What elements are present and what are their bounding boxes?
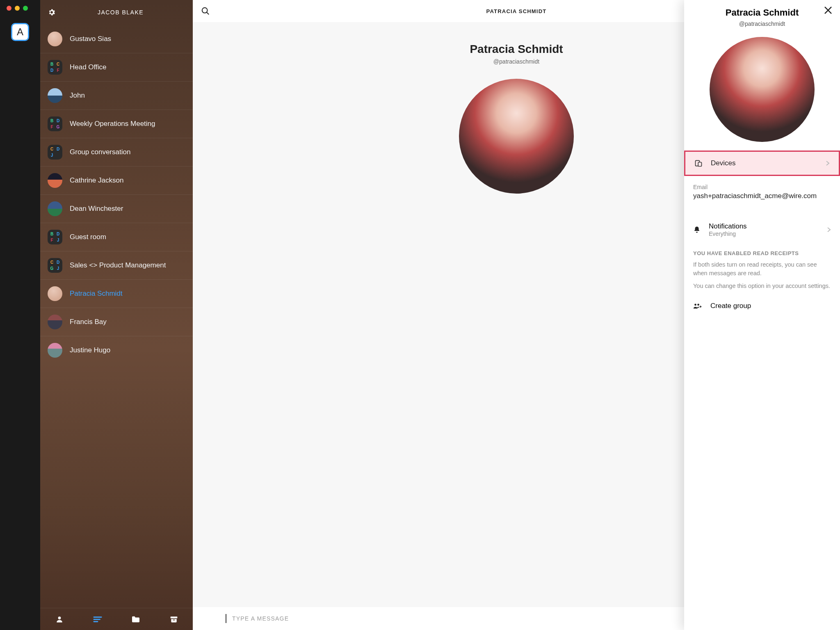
conversation-item[interactable]: Patracia Schmidt xyxy=(40,279,193,308)
conversation-label: Sales <> Product Management xyxy=(70,261,166,269)
svg-point-6 xyxy=(202,8,208,13)
email-value: yash+patraciaschmidt_acme@wire.com xyxy=(693,192,831,200)
conversation-label: Dean Winchester xyxy=(70,205,123,213)
conversation-item[interactable]: Francis Bay xyxy=(40,308,193,336)
workspace-letter: A xyxy=(17,26,23,38)
bell-icon xyxy=(693,226,701,234)
email-label: Email xyxy=(693,184,831,190)
compose-cursor xyxy=(226,614,226,623)
contact-avatar xyxy=(459,79,574,194)
svg-point-0 xyxy=(58,616,61,619)
tab-archive[interactable] xyxy=(169,614,179,624)
svg-point-13 xyxy=(697,304,699,306)
conversation-item[interactable]: Dean Winchester xyxy=(40,194,193,223)
devices-icon xyxy=(694,159,703,167)
user-avatar xyxy=(48,315,62,329)
app-rail: A xyxy=(0,0,40,630)
conversation-item[interactable]: Cathrine Jackson xyxy=(40,166,193,194)
group-avatar: BDFG xyxy=(48,116,62,131)
read-receipts-p2: You can change this option in your accou… xyxy=(693,282,831,290)
minimize-window-icon[interactable] xyxy=(15,6,20,11)
contact-handle: @patraciaschmidt xyxy=(493,58,539,65)
group-avatar: BCDF xyxy=(48,60,62,75)
conversation-label: Head Office xyxy=(70,63,106,71)
svg-rect-11 xyxy=(698,162,701,167)
user-avatar xyxy=(48,286,62,301)
conversation-item[interactable]: John xyxy=(40,81,193,110)
user-avatar xyxy=(48,173,62,188)
chevron-right-icon xyxy=(827,227,831,233)
close-window-icon[interactable] xyxy=(7,6,11,11)
user-avatar xyxy=(48,201,62,216)
tab-folders[interactable] xyxy=(131,614,141,624)
conversation-item[interactable]: BDFGWeekly Operations Meeting xyxy=(40,110,193,138)
notifications-row[interactable]: Notifications Everything xyxy=(684,217,840,243)
conversation-label: Justine Hugo xyxy=(70,346,110,354)
conversation-list: Gustavo SiasBCDFHead OfficeJohnBDFGWeekl… xyxy=(40,25,193,608)
notifications-value: Everything xyxy=(709,231,827,237)
conversation-view: PATRACIA SCHMIDT Patracia Schmidt @patra… xyxy=(193,0,840,630)
conversation-item[interactable]: BCDFHead Office xyxy=(40,53,193,81)
conversation-label: Gustavo Sias xyxy=(70,35,111,43)
profile-panel: Patracia Schmidt @patraciaschmidt Device… xyxy=(684,0,840,630)
conversation-item[interactable]: BDFJGuest room xyxy=(40,223,193,251)
conversation-item[interactable]: Justine Hugo xyxy=(40,336,193,364)
group-avatar: BDFJ xyxy=(48,230,62,244)
user-avatar xyxy=(48,32,62,46)
search-icon[interactable] xyxy=(201,7,210,16)
read-receipts-section: YOU HAVE ENABLED READ RECEIPTS If both s… xyxy=(684,243,840,294)
conversation-item[interactable]: Gustavo Sias xyxy=(40,25,193,53)
conversation-label: Guest room xyxy=(70,233,106,241)
read-receipts-p1: If both sides turn on read receipts, you… xyxy=(693,260,831,278)
profile-handle: @patraciaschmidt xyxy=(692,21,832,27)
close-icon[interactable] xyxy=(824,6,833,15)
conversation-label: Weekly Operations Meeting xyxy=(70,120,155,128)
create-group-row[interactable]: Create group xyxy=(684,294,840,317)
sidebar-tabs xyxy=(40,608,193,630)
chevron-right-icon xyxy=(826,160,830,166)
create-group-icon xyxy=(693,303,702,309)
user-avatar xyxy=(48,343,62,358)
conversation-label: John xyxy=(70,91,85,100)
group-avatar: CDGJ xyxy=(48,258,62,273)
read-receipts-heading: YOU HAVE ENABLED READ RECEIPTS xyxy=(693,250,831,256)
notifications-label: Notifications xyxy=(709,222,827,231)
profile-avatar xyxy=(710,37,815,142)
maximize-window-icon[interactable] xyxy=(23,6,28,11)
workspace-switcher[interactable]: A xyxy=(11,23,29,41)
sidebar: JACOB BLAKE Gustavo SiasBCDFHead OfficeJ… xyxy=(40,0,193,630)
user-avatar xyxy=(48,88,62,103)
conversation-item[interactable]: CDGJSales <> Product Management xyxy=(40,251,193,279)
sidebar-header: JACOB BLAKE xyxy=(40,0,193,25)
contact-name: Patracia Schmidt xyxy=(470,43,563,56)
create-group-label: Create group xyxy=(710,302,751,310)
conversation-label: Cathrine Jackson xyxy=(70,176,123,185)
profile-name: Patracia Schmidt xyxy=(692,7,832,18)
email-section: Email yash+patraciaschmidt_acme@wire.com xyxy=(684,175,840,204)
gear-icon[interactable] xyxy=(48,8,56,16)
group-avatar: CDJ xyxy=(48,145,62,160)
compose-placeholder: TYPE A MESSAGE xyxy=(232,615,289,622)
conversation-label: Patracia Schmidt xyxy=(70,290,123,298)
devices-label: Devices xyxy=(711,159,826,167)
svg-rect-5 xyxy=(173,619,175,620)
tab-contacts[interactable] xyxy=(55,614,64,624)
tab-conversations[interactable] xyxy=(93,614,103,624)
conversation-label: Francis Bay xyxy=(70,318,107,326)
profile-header: Patracia Schmidt @patraciaschmidt xyxy=(684,7,840,27)
devices-row[interactable]: Devices xyxy=(684,151,840,176)
conversation-label: Group conversation xyxy=(70,148,130,156)
svg-line-7 xyxy=(207,12,209,14)
account-name[interactable]: JACOB BLAKE xyxy=(56,9,185,16)
window-controls xyxy=(0,6,28,11)
conversation-item[interactable]: CDJGroup conversation xyxy=(40,138,193,166)
svg-point-12 xyxy=(694,304,696,306)
svg-rect-4 xyxy=(170,616,177,618)
